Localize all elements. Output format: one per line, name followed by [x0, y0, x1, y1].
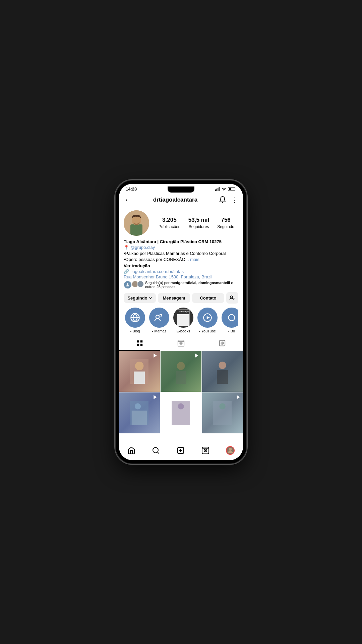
highlight-circle-youtube: [197, 308, 218, 328]
grid-cell-4[interactable]: [119, 392, 160, 433]
highlight-blog[interactable]: • Blog: [125, 308, 145, 333]
tab-grid[interactable]: [119, 336, 160, 351]
svg-marker-41: [154, 395, 157, 399]
svg-marker-15: [207, 316, 210, 319]
highlight-label-blog: • Blog: [130, 329, 140, 333]
followers-stat[interactable]: 53,5 mil Seguidores: [188, 217, 209, 229]
action-buttons: Seguindo Mensagem Contato: [124, 292, 238, 304]
svg-rect-31: [134, 371, 145, 384]
bottom-avatar-image: [227, 447, 234, 454]
status-bar: 14:23: [119, 184, 243, 193]
bottom-nav: [119, 442, 243, 460]
nav-reels[interactable]: [197, 445, 214, 456]
grid-cell-3[interactable]: [202, 351, 243, 392]
reels-nav-icon: [201, 446, 209, 454]
svg-point-56: [229, 448, 232, 451]
bio-tag[interactable]: 📍 @grupo.clay: [124, 245, 238, 250]
bio-name: Tiago Alcântara | Cirurgião Plástico CRM…: [124, 239, 238, 244]
grid-cell-6[interactable]: [202, 392, 243, 433]
followed-text: Seguido(a) por medgestoficial, domingosm…: [145, 281, 238, 289]
tab-tagged[interactable]: [202, 336, 243, 351]
svg-rect-40: [132, 411, 147, 425]
status-time: 14:23: [126, 186, 137, 192]
followed-avatars: [124, 281, 142, 289]
profile-username: drtiagoalcantara: [153, 197, 197, 203]
followed-by: Seguido(a) por medgestoficial, domingosm…: [124, 281, 238, 289]
battery-icon: [228, 187, 236, 191]
svg-rect-2: [218, 188, 219, 191]
home-icon: [127, 446, 135, 454]
message-button[interactable]: Mensagem: [158, 293, 190, 303]
profile-top-row: 3.205 Publicações 53,5 mil Seguidores 75…: [124, 210, 238, 236]
nav-create[interactable]: [173, 445, 189, 456]
grid-icon: [136, 339, 143, 347]
highlight-circle-blog: [125, 308, 145, 328]
grid-image-2: [169, 359, 193, 384]
svg-line-48: [158, 452, 159, 453]
follower-silhouette: [125, 282, 130, 287]
bio-tag-text: @grupo.clay: [130, 245, 155, 250]
add-person-button[interactable]: [226, 292, 238, 304]
more-options-button[interactable]: ⋮: [231, 196, 238, 204]
grid-image-5: [169, 401, 193, 425]
bio-url[interactable]: 🔗 tiagoalcantara.com.br/link-s: [124, 269, 238, 274]
following-stat[interactable]: 756 Seguindo: [217, 217, 234, 229]
svg-point-8: [231, 296, 233, 298]
highlight-mamas[interactable]: • Mamas: [149, 308, 169, 333]
reels-icon: [177, 339, 185, 347]
nav-profile[interactable]: [222, 445, 239, 456]
tab-reels[interactable]: [160, 336, 201, 351]
video-icon-2: [194, 353, 199, 358]
search-icon: [152, 446, 160, 454]
highlight-circle-mamas: [149, 308, 169, 328]
grid-image-6: [210, 401, 235, 425]
grid-cell-1[interactable]: [119, 351, 160, 392]
avatar: [124, 210, 149, 236]
video-badge-4: [153, 394, 158, 401]
followers-label: Seguidores: [189, 224, 209, 229]
pin-emoji: 📍: [124, 245, 129, 250]
photo-grid: [119, 351, 243, 433]
wifi-icon: [221, 187, 227, 191]
svg-point-39: [135, 403, 141, 409]
svg-rect-1: [217, 189, 218, 191]
stats-row: 3.205 Publicações 53,5 mil Seguidores 75…: [155, 217, 238, 229]
svg-rect-34: [176, 371, 186, 384]
notification-button[interactable]: [219, 196, 226, 204]
contact-button[interactable]: Contato: [192, 293, 224, 303]
highlight-bo[interactable]: • Bo: [222, 308, 238, 333]
back-button[interactable]: ←: [124, 196, 132, 204]
bio-location[interactable]: Rua Monsenhor Bruno 1530, Fortaleza, Bra…: [124, 274, 238, 279]
bio-more[interactable]: ... mais: [185, 257, 199, 262]
svg-rect-20: [140, 344, 142, 346]
highlight-ebooks[interactable]: LIPOASPIRAÇÃO E-books: [173, 308, 193, 333]
grid-cell-2[interactable]: [161, 351, 201, 392]
top-nav: ← drtiagoalcantara ⋮: [119, 193, 243, 207]
posts-count: 3.205: [159, 217, 180, 223]
svg-point-33: [177, 362, 185, 370]
bell-icon: [219, 196, 226, 203]
bio-text-1: •Paixão por Plásticas Mamárias e Contorn…: [124, 251, 238, 257]
highlight-youtube[interactable]: • YouTube: [197, 308, 218, 333]
svg-rect-19: [137, 344, 139, 346]
svg-marker-35: [195, 354, 198, 358]
highlight-label-bo: • Bo: [228, 329, 235, 333]
ver-traducao[interactable]: Ver tradução: [124, 263, 238, 268]
svg-rect-5: [130, 224, 142, 236]
grid-image-4: [127, 401, 152, 425]
svg-rect-0: [215, 190, 216, 191]
nav-search[interactable]: [148, 445, 164, 456]
video-badge-1: [153, 353, 158, 360]
bio-section: Tiago Alcântara | Cirurgião Plástico CRM…: [124, 239, 238, 279]
partial-icon: [227, 313, 236, 322]
grid-cell-5[interactable]: [161, 392, 201, 433]
notch: [168, 186, 194, 193]
posts-label: Publicações: [159, 224, 180, 229]
video-icon-1: [153, 353, 158, 358]
globe-icon: [130, 313, 140, 323]
svg-rect-17: [137, 340, 139, 342]
following-button[interactable]: Seguindo: [124, 293, 156, 303]
nav-home[interactable]: [123, 445, 139, 456]
play-circle-icon: [203, 313, 212, 322]
video-badge-2: [194, 353, 199, 360]
